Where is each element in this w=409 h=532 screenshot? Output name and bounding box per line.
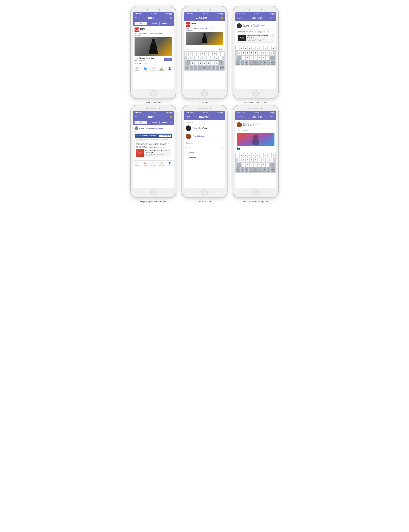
key-s[interactable]: S xyxy=(191,56,194,60)
np-key-a[interactable]: A xyxy=(238,51,242,55)
order-button[interactable]: Order xyxy=(164,58,172,61)
np-key-q[interactable]: Q xyxy=(236,46,240,50)
np-key-k[interactable]: K xyxy=(266,51,269,55)
search-icon[interactable]: 🔍 xyxy=(135,17,138,19)
home-button-5[interactable] xyxy=(201,189,208,196)
np-key-backspace[interactable]: ⌫ xyxy=(270,56,275,60)
np-key-globe[interactable]: 🌐 xyxy=(241,60,244,65)
post-button[interactable]: Post xyxy=(270,17,274,19)
key-at[interactable]: @ xyxy=(212,65,215,70)
key-123[interactable]: 123 xyxy=(185,65,189,70)
np-key-e[interactable]: E xyxy=(244,46,248,50)
key-i[interactable]: I xyxy=(213,52,216,56)
npp-key-globe[interactable]: 🌐 xyxy=(241,167,244,171)
share-coworkers[interactable]: Coworkers xyxy=(186,150,223,155)
np-key-o[interactable]: O xyxy=(268,46,271,50)
npp-key-dot[interactable]: . xyxy=(267,167,270,171)
npp-key-f[interactable]: F xyxy=(250,158,253,162)
key-space[interactable]: space xyxy=(198,65,212,70)
key-p[interactable]: P xyxy=(221,52,224,56)
key-w[interactable]: W xyxy=(189,52,192,56)
npp-key-l[interactable]: L xyxy=(270,158,273,162)
key-u[interactable]: U xyxy=(209,52,212,56)
share-connections[interactable]: Connections xyxy=(186,155,223,160)
npp-key-at[interactable]: @ xyxy=(263,167,266,171)
npp-key-w[interactable]: W xyxy=(240,153,243,158)
npp-key-mic[interactable]: 🎤 xyxy=(245,167,248,171)
npp-key-g[interactable]: G xyxy=(254,158,257,162)
np-key-b[interactable]: B xyxy=(258,56,261,60)
key-o[interactable]: O xyxy=(217,52,220,56)
post-link-showroom[interactable]: showroom. xyxy=(135,35,142,37)
np-key-m[interactable]: M xyxy=(266,56,269,60)
key-g[interactable]: G xyxy=(203,56,206,60)
key-shift[interactable]: ⇧ xyxy=(186,61,190,65)
key-h[interactable]: H xyxy=(207,56,210,60)
segment-connections-2[interactable]: Connections xyxy=(160,121,172,124)
npp-key-n[interactable]: N xyxy=(262,163,265,167)
np-key-z[interactable]: Z xyxy=(242,56,245,60)
np-key-w[interactable]: W xyxy=(240,46,243,50)
npp-key-e[interactable]: E xyxy=(244,153,248,158)
segment-company[interactable]: Company xyxy=(147,22,160,25)
np-key-v[interactable]: V xyxy=(254,56,257,60)
key-l[interactable]: L xyxy=(219,56,222,60)
npp-key-k[interactable]: K xyxy=(266,158,269,162)
npp-key-q[interactable]: Q xyxy=(236,153,240,158)
np-key-p[interactable]: P xyxy=(272,46,275,50)
tab-notifications-2[interactable]: 🔔 Notifications xyxy=(158,161,166,167)
comments-link[interactable]: 10 new products xyxy=(198,28,209,29)
tab-shop[interactable]: 🏪 Shop xyxy=(141,66,149,72)
npp-key-j[interactable]: J xyxy=(262,158,265,162)
key-c[interactable]: C xyxy=(199,61,202,65)
np-key-space[interactable]: space xyxy=(249,60,263,65)
account-item-aw[interactable]: Alexander Wang xyxy=(186,124,223,132)
edit-icon-3[interactable]: ✏️ xyxy=(169,116,172,118)
key-f[interactable]: F xyxy=(199,56,202,60)
npp-key-s[interactable]: S xyxy=(242,158,245,162)
cart-icon-3[interactable]: 🛒 xyxy=(165,116,168,118)
search-icon-2[interactable]: 🔍 xyxy=(135,116,138,118)
like-action[interactable]: ❤️ 12 xyxy=(139,63,143,65)
np-key-g[interactable]: G xyxy=(254,51,257,55)
np-key-r[interactable]: R xyxy=(248,46,251,50)
more-action[interactable]: ••• xyxy=(145,63,147,65)
npp-key-a[interactable]: A xyxy=(238,158,242,162)
share-public[interactable]: Public ✓ xyxy=(186,145,223,150)
npp-key-t[interactable]: T xyxy=(252,153,255,158)
tab-notifications[interactable]: 🔔 Notifications xyxy=(158,66,166,72)
npp-key-123[interactable]: 123 xyxy=(236,167,241,171)
npp-key-x[interactable]: X xyxy=(246,163,249,167)
np-key-mic[interactable]: 🎤 xyxy=(245,60,248,65)
key-y[interactable]: Y xyxy=(205,52,208,56)
edit-icon[interactable]: ✏️ xyxy=(169,17,172,19)
tab-home[interactable]: ⊞ Home xyxy=(133,66,141,72)
cancel-button[interactable]: Cancel xyxy=(237,17,243,19)
share-to-link[interactable]: Connections xyxy=(250,26,259,28)
npp-key-y[interactable]: Y xyxy=(256,153,260,158)
npp-key-d[interactable]: D xyxy=(246,158,249,162)
post-button-pic[interactable]: Post xyxy=(270,116,274,118)
np-key-j[interactable]: J xyxy=(262,51,265,55)
share-as-pic-link[interactable]: Dmitri Litvinov xyxy=(250,123,260,125)
np-key-l[interactable]: L xyxy=(270,51,273,55)
npp-key-m[interactable]: M xyxy=(266,163,269,167)
np-key-shift[interactable]: ⇧ xyxy=(237,56,242,60)
cart-icon-2[interactable]: 🛒 xyxy=(216,17,219,19)
key-v[interactable]: V xyxy=(203,61,206,65)
key-d[interactable]: D xyxy=(195,56,198,60)
npp-key-i[interactable]: I xyxy=(264,153,268,158)
key-dot[interactable]: . xyxy=(216,65,219,70)
home-button[interactable] xyxy=(150,90,157,96)
key-return[interactable]: return xyxy=(220,65,224,70)
announce-as-link[interactable]: Alexander Wang xyxy=(253,24,265,26)
np-key-c[interactable]: C xyxy=(250,56,253,60)
new-message-placeholder[interactable]: New Message ... xyxy=(237,130,274,132)
np-key-d[interactable]: D xyxy=(246,51,249,55)
cart-icon[interactable]: 🛒 xyxy=(165,17,168,19)
key-q[interactable]: Q xyxy=(185,52,188,56)
segment-connections[interactable]: Connections xyxy=(160,22,172,25)
back-button-choose[interactable]: Back xyxy=(186,116,190,118)
segment-all[interactable]: All xyxy=(135,22,147,25)
key-r[interactable]: R xyxy=(197,52,200,56)
